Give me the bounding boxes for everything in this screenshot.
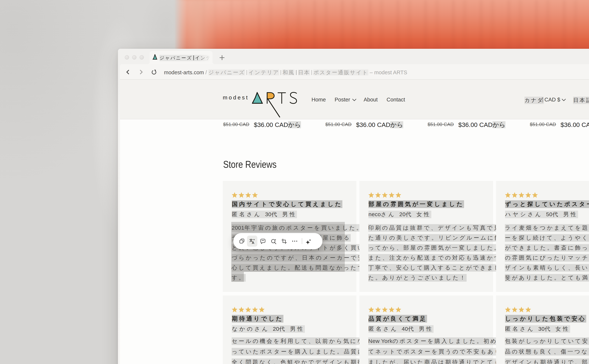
svg-text:A: A: [252, 241, 254, 244]
